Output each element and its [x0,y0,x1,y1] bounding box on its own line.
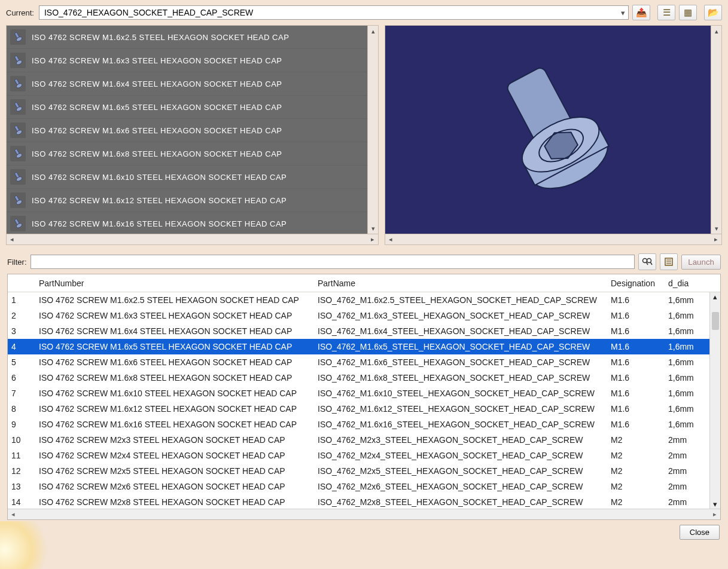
table-cell: 5 [8,356,35,368]
table-cell: 9 [8,418,35,430]
table-cell: M2 [607,496,665,508]
preview-horizontal-scrollbar[interactable]: ◂ ▸ [385,234,721,244]
filter-input[interactable] [31,255,635,269]
table-cell: ISO_4762_M2x3_STEEL_HEXAGON_SOCKET_HEAD_… [314,434,607,446]
table-cell: M1.6 [607,418,665,430]
table-row[interactable]: 6ISO 4762 SCREW M1.6x8 STEEL HEXAGON SOC… [8,370,720,386]
col-partnumber[interactable]: PartNumber [35,276,314,290]
results-table: PartNumber PartName Designation d_dia 1I… [7,274,721,520]
scroll-down-icon[interactable]: ▾ [713,500,717,509]
table-row[interactable]: 11ISO 4762 SCREW M2x4 STEEL HEXAGON SOCK… [8,448,720,463]
svg-point-25 [647,259,651,263]
scroll-left-icon[interactable]: ◂ [8,510,19,518]
scroll-left-icon[interactable]: ◂ [7,234,17,244]
col-designation[interactable]: Designation [607,276,665,290]
preview-3d-view[interactable] [385,26,711,234]
view-table-icon[interactable]: ▦ [679,5,697,20]
table-vertical-scrollbar[interactable]: ▴ ▾ [709,292,720,509]
col-partname[interactable]: PartName [314,276,607,290]
table-row[interactable]: 12ISO 4762 SCREW M2x5 STEEL HEXAGON SOCK… [8,463,720,479]
panels: ISO 4762 SCREW M1.6x2.5 STEEL HEXAGON SO… [6,25,722,245]
table-row[interactable]: 8ISO 4762 SCREW M1.6x12 STEEL HEXAGON SO… [8,401,720,417]
close-button[interactable]: Close [680,525,720,540]
list-item[interactable]: ISO 4762 SCREW M1.6x8 STEEL HEXAGON SOCK… [7,142,367,166]
list-item[interactable]: ISO 4762 SCREW M1.6x6 STEEL HEXAGON SOCK… [7,119,367,142]
list-item[interactable]: ISO 4762 SCREW M1.6x12 STEEL HEXAGON SOC… [7,189,367,212]
scroll-right-icon[interactable]: ▸ [709,510,720,518]
scroll-left-icon[interactable]: ◂ [385,234,396,244]
table-cell: ISO 4762 SCREW M1.6x16 STEEL HEXAGON SOC… [35,418,314,430]
list-horizontal-scrollbar[interactable]: ◂ ▸ [7,234,378,244]
table-row[interactable]: 7ISO 4762 SCREW M1.6x10 STEEL HEXAGON SO… [8,386,720,401]
table-cell: 2mm [665,481,712,492]
scroll-down-icon[interactable]: ▾ [711,223,721,234]
filter-row: Filter: Launch [7,253,721,270]
table-cell: 2mm [665,465,712,477]
table-cell: ISO_4762_M1.6x16_STEEL_HEXAGON_SOCKET_HE… [314,418,607,430]
table-cell: ISO_4762_M1.6x5_STEEL_HEXAGON_SOCKET_HEA… [314,341,607,353]
current-combo[interactable]: ▾ [39,5,629,20]
table-cell: ISO 4762 SCREW M1.6x4 STEEL HEXAGON SOCK… [35,325,314,337]
scroll-thumb[interactable] [712,312,719,330]
list-item[interactable]: ISO 4762 SCREW M1.6x3 STEEL HEXAGON SOCK… [7,49,367,72]
current-input[interactable] [39,6,617,19]
col-index[interactable] [8,281,35,286]
table-row[interactable]: 2ISO 4762 SCREW M1.6x3 STEEL HEXAGON SOC… [8,308,720,323]
table-cell: 11 [8,449,35,461]
table-cell: ISO 4762 SCREW M1.6x6 STEEL HEXAGON SOCK… [35,356,314,368]
table-cell: M1.6 [607,341,665,353]
table-row[interactable]: 1ISO 4762 SCREW M1.6x2.5 STEEL HEXAGON S… [8,292,720,308]
filter-options-icon[interactable] [660,253,678,270]
table-cell: 1,6mm [665,403,712,415]
table-row[interactable]: 4ISO 4762 SCREW M1.6x5 STEEL HEXAGON SOC… [8,339,720,354]
list-item[interactable]: ISO 4762 SCREW M1.6x2.5 STEEL HEXAGON SO… [7,26,367,49]
table-cell: M1.6 [607,387,665,399]
part-list[interactable]: ISO 4762 SCREW M1.6x2.5 STEEL HEXAGON SO… [7,26,367,234]
table-row[interactable]: 3ISO 4762 SCREW M1.6x4 STEEL HEXAGON SOC… [8,323,720,339]
table-cell: 2mm [665,434,712,446]
table-row[interactable]: 13ISO 4762 SCREW M2x6 STEEL HEXAGON SOCK… [8,479,720,494]
scroll-down-icon[interactable]: ▾ [368,223,378,234]
table-cell: ISO_4762_M2x5_STEEL_HEXAGON_SOCKET_HEAD_… [314,465,607,477]
screw-thumbnail-icon [10,123,26,138]
chevron-down-icon[interactable]: ▾ [617,6,628,19]
screw-thumbnail-icon [10,216,26,231]
table-cell: ISO 4762 SCREW M2x5 STEEL HEXAGON SOCKET… [35,465,314,477]
table-row[interactable]: 10ISO 4762 SCREW M2x3 STEEL HEXAGON SOCK… [8,432,720,448]
scroll-up-icon[interactable]: ▴ [711,26,721,36]
list-item-label: ISO 4762 SCREW M1.6x3 STEEL HEXAGON SOCK… [32,56,282,65]
scroll-up-icon[interactable]: ▴ [713,292,717,301]
table-row[interactable]: 9ISO 4762 SCREW M1.6x16 STEEL HEXAGON SO… [8,417,720,432]
table-cell: 4 [8,341,35,353]
table-cell: M1.6 [607,310,665,322]
header-bar: Current: ▾ 📤 ☰ ▦ 📂 [5,5,723,24]
view-details-icon[interactable]: ☰ [657,5,675,20]
background-glow-decoration [0,521,48,544]
scroll-right-icon[interactable]: ▸ [711,234,721,244]
folder-open-icon[interactable]: 📂 [704,5,722,20]
scroll-right-icon[interactable]: ▸ [367,234,378,244]
scroll-up-icon[interactable]: ▴ [368,26,378,36]
table-cell: ISO_4762_M2x6_STEEL_HEXAGON_SOCKET_HEAD_… [314,481,607,492]
list-item[interactable]: ISO 4762 SCREW M1.6x10 STEEL HEXAGON SOC… [7,166,367,189]
table-horizontal-scrollbar[interactable]: ◂ ▸ [8,509,720,519]
table-cell: 13 [8,481,35,492]
table-cell: 7 [8,387,35,399]
table-row[interactable]: 14ISO 4762 SCREW M2x8 STEEL HEXAGON SOCK… [8,494,720,509]
search-icon[interactable] [638,253,656,270]
table-cell: M2 [607,449,665,461]
launch-button[interactable]: Launch [681,255,721,270]
list-item[interactable]: ISO 4762 SCREW M1.6x16 STEEL HEXAGON SOC… [7,212,367,234]
table-row[interactable]: 5ISO 4762 SCREW M1.6x6 STEEL HEXAGON SOC… [8,354,720,370]
preview-vertical-scrollbar[interactable]: ▴ ▾ [711,26,721,234]
list-vertical-scrollbar[interactable]: ▴ ▾ [367,26,378,234]
list-item-label: ISO 4762 SCREW M1.6x2.5 STEEL HEXAGON SO… [32,33,289,42]
table-cell: ISO 4762 SCREW M1.6x2.5 STEEL HEXAGON SO… [35,294,314,306]
list-item[interactable]: ISO 4762 SCREW M1.6x4 STEEL HEXAGON SOCK… [7,72,367,96]
table-cell: M1.6 [607,372,665,384]
table-cell: M1.6 [607,403,665,415]
list-item[interactable]: ISO 4762 SCREW M1.6x5 STEEL HEXAGON SOCK… [7,96,367,119]
list-item-label: ISO 4762 SCREW M1.6x12 STEEL HEXAGON SOC… [32,196,287,205]
col-ddia[interactable]: d_dia [665,276,712,290]
folder-up-icon[interactable]: 📤 [632,5,650,20]
